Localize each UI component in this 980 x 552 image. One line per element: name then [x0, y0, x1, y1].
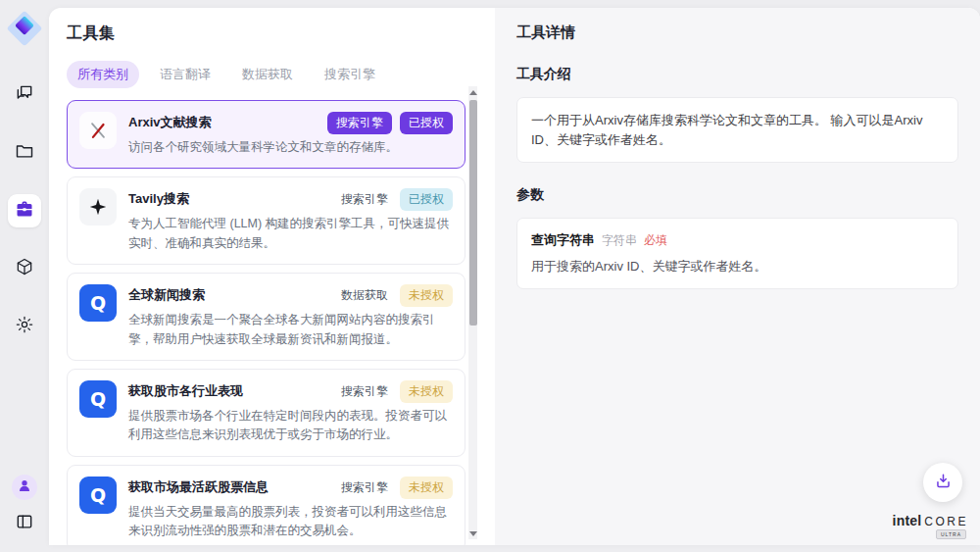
- main-content: 工具集 所有类别 语言翻译 数据获取 搜索引擎 Arxiv文献搜索 搜索引擎 已…: [49, 8, 980, 545]
- tool-card-list: Arxiv文献搜索 搜索引擎 已授权 访问各个研究领域大量科学论文和文章的存储库…: [67, 100, 466, 545]
- sidebar-item-settings[interactable]: [8, 310, 41, 343]
- arxiv-x-icon: [79, 112, 117, 149]
- tool-card-active-stocks[interactable]: Q 获取市场最活跃股票信息 搜索引擎 未授权 提供当天交易量最高的股票列表，投资…: [67, 465, 466, 545]
- sidebar-item-toolbox[interactable]: [8, 194, 41, 227]
- card-body: Tavily搜索 搜索引擎 已授权 专为人工智能代理 (LLM) 构建的搜索引擎…: [128, 188, 453, 253]
- user-icon: [17, 477, 32, 497]
- toolset-pane: 工具集 所有类别 语言翻译 数据获取 搜索引擎 Arxiv文献搜索 搜索引擎 已…: [49, 8, 495, 545]
- toolbox-icon: [15, 199, 34, 223]
- tool-card-global-news[interactable]: Q 全球新闻搜索 数据获取 未授权 全球新闻搜索是一个聚合全球各大新闻网站内容的…: [67, 273, 466, 361]
- card-body: Arxiv文献搜索 搜索引擎 已授权 访问各个研究领域大量科学论文和文章的存储库…: [128, 112, 453, 157]
- page-title: 工具集: [67, 24, 495, 44]
- list-scrollbar[interactable]: [468, 86, 477, 539]
- scrollbar-thumb[interactable]: [469, 100, 477, 326]
- auth-badge: 未授权: [400, 477, 453, 499]
- category-badge: 搜索引擎: [327, 112, 392, 134]
- q-news-icon: Q: [79, 380, 117, 418]
- details-title: 工具详情: [516, 24, 958, 42]
- scroll-down-arrow-icon[interactable]: [468, 527, 477, 539]
- tool-description: 提供当天交易量最高的股票列表，投资者可以利用这些信息来识别流动性强的股票和潜在的…: [128, 503, 453, 541]
- download-button[interactable]: [923, 463, 962, 502]
- param-description: 用于搜索的Arxiv ID、关键字或作者姓名。: [531, 258, 944, 276]
- auth-badge: 已授权: [400, 112, 453, 134]
- tool-title: 全球新闻搜索: [128, 284, 337, 304]
- sidebar-bottom: [12, 475, 37, 536]
- collapse-panel-button[interactable]: [12, 511, 37, 536]
- tool-title: 获取股市各行业表现: [128, 380, 337, 400]
- param-name: 查询字符串: [531, 231, 595, 249]
- tool-title: Arxiv文献搜索: [128, 112, 327, 131]
- param-required-flag: 必填: [644, 232, 667, 249]
- param-type: 字符串: [602, 232, 637, 249]
- sidebar-item-chat[interactable]: [8, 78, 41, 112]
- app-logo: [8, 12, 41, 45]
- card-body: 获取股市各行业表现 搜索引擎 未授权 提供股票市场各个行业在特定时间段内的表现。…: [128, 380, 453, 445]
- tool-description: 访问各个研究领域大量科学论文和文章的存储库。: [128, 138, 453, 157]
- q-news-icon: Q: [79, 284, 117, 322]
- auth-badge: 未授权: [400, 380, 453, 403]
- tool-card-arxiv[interactable]: Arxiv文献搜索 搜索引擎 已授权 访问各个研究领域大量科学论文和文章的存储库…: [67, 100, 466, 169]
- auth-badge: 已授权: [400, 188, 453, 211]
- category-tabs: 所有类别 语言翻译 数据获取 搜索引擎: [67, 61, 495, 88]
- download-icon: [934, 472, 953, 494]
- ultra-badge: ULTRA: [936, 529, 966, 539]
- parameter-card: 查询字符串 字符串 必填 用于搜索的Arxiv ID、关键字或作者姓名。: [516, 218, 958, 289]
- category-badge: 搜索引擎: [337, 380, 392, 403]
- left-sidebar: [0, 0, 49, 552]
- user-avatar[interactable]: [12, 475, 37, 500]
- tavily-star-icon: [79, 188, 117, 226]
- gear-icon: [15, 315, 34, 338]
- tool-card-tavily[interactable]: Tavily搜索 搜索引擎 已授权 专为人工智能代理 (LLM) 构建的搜索引擎…: [67, 176, 466, 265]
- tool-title: 获取市场最活跃股票信息: [128, 477, 337, 496]
- layout-panel-icon: [15, 512, 34, 535]
- q-news-icon: Q: [79, 477, 117, 514]
- category-badge: 搜索引擎: [337, 477, 392, 499]
- tool-description: 全球新闻搜索是一个聚合全球各大新闻网站内容的搜索引擎，帮助用户快速获取全球最新资…: [128, 311, 453, 349]
- tool-description: 专为人工智能代理 (LLM) 构建的搜索引擎工具，可快速提供实时、准确和真实的结…: [128, 215, 453, 253]
- tab-language-translation[interactable]: 语言翻译: [149, 61, 221, 88]
- tool-details-pane: 工具详情 工具介绍 一个用于从Arxiv存储库搜索科学论文和文章的工具。 输入可…: [495, 8, 980, 545]
- intel-wordmark: intel: [893, 513, 922, 528]
- intro-heading: 工具介绍: [516, 66, 958, 83]
- tab-search-engine[interactable]: 搜索引擎: [314, 61, 386, 88]
- intro-text: 一个用于从Arxiv存储库搜索科学论文和文章的工具。 输入可以是Arxiv ID…: [516, 97, 958, 163]
- tab-all-categories[interactable]: 所有类别: [67, 61, 139, 88]
- tab-data-acquisition[interactable]: 数据获取: [231, 61, 304, 88]
- chat-icon: [15, 83, 34, 107]
- folder-icon: [15, 141, 34, 165]
- category-badge: 搜索引擎: [337, 188, 392, 211]
- cube-icon: [15, 257, 34, 280]
- core-wordmark: core: [924, 515, 968, 528]
- params-heading: 参数: [516, 186, 958, 204]
- intel-core-logo: intel core ULTRA: [893, 513, 968, 539]
- card-body: 全球新闻搜索 数据获取 未授权 全球新闻搜索是一个聚合全球各大新闻网站内容的搜索…: [128, 284, 453, 349]
- tool-title: Tavily搜索: [128, 188, 337, 208]
- sidebar-item-models[interactable]: [8, 252, 41, 285]
- card-body: 获取市场最活跃股票信息 搜索引擎 未授权 提供当天交易量最高的股票列表，投资者可…: [128, 477, 453, 541]
- tool-card-sector-performance[interactable]: Q 获取股市各行业表现 搜索引擎 未授权 提供股票市场各个行业在特定时间段内的表…: [67, 369, 466, 457]
- auth-badge: 未授权: [400, 284, 453, 307]
- sidebar-item-files[interactable]: [8, 136, 41, 170]
- scroll-up-arrow-icon[interactable]: [468, 86, 477, 98]
- category-badge: 数据获取: [337, 284, 392, 307]
- tool-description: 提供股票市场各个行业在特定时间段内的表现。投资者可以利用这些信息来识别表现优于或…: [128, 407, 453, 445]
- sidebar-nav: [8, 78, 41, 343]
